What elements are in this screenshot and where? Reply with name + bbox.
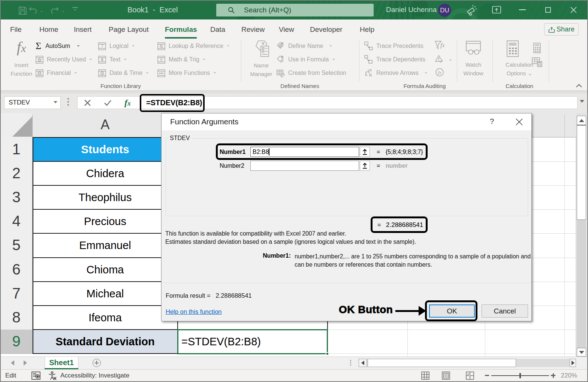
svg-text:?: ? <box>101 44 103 48</box>
svg-text:fx: fx <box>438 70 441 75</box>
svg-text:A: A <box>101 58 103 62</box>
svg-text:fx: fx <box>281 58 284 63</box>
svg-text:fx: fx <box>440 42 445 49</box>
svg-text:θ: θ <box>160 58 163 62</box>
